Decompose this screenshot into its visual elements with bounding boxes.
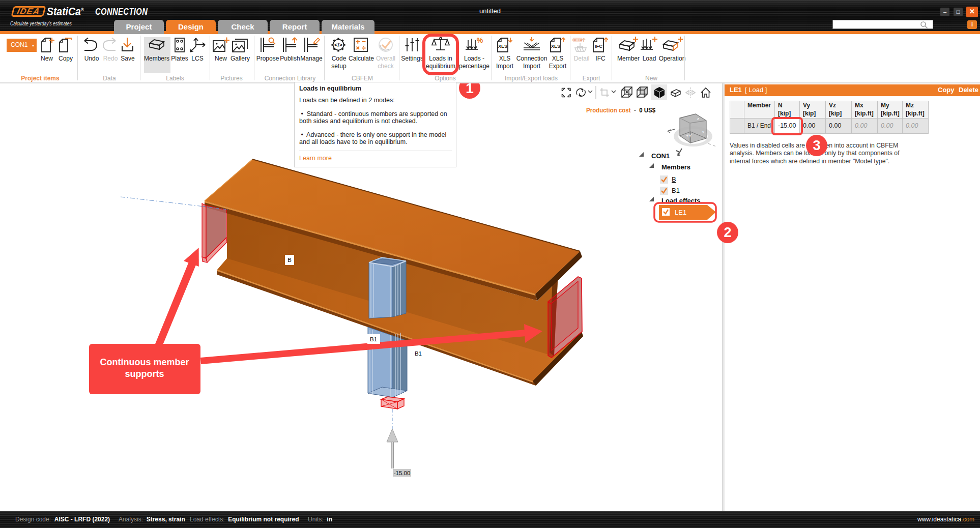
svg-text:x: x — [702, 130, 704, 134]
svg-text:LE1: LE1 — [675, 209, 686, 216]
svg-text:1: 1 — [466, 83, 474, 96]
svg-text:%: % — [477, 36, 483, 44]
svg-text:B1: B1 — [672, 187, 680, 194]
svg-text:B1: B1 — [415, 350, 422, 357]
svg-text:</>: </> — [334, 42, 342, 48]
svg-text:supports: supports — [125, 369, 164, 379]
svg-text:+Y: +Y — [686, 133, 691, 138]
svg-text:BETA: BETA — [572, 38, 583, 42]
svg-text:CON1: CON1 — [651, 152, 670, 160]
svg-text:z: z — [697, 116, 699, 121]
svg-text:B: B — [287, 257, 292, 263]
svg-text:XLS: XLS — [551, 43, 560, 49]
svg-text:XLS: XLS — [498, 43, 507, 49]
svg-text:Members: Members — [661, 163, 690, 171]
svg-text:-15.00: -15.00 — [394, 470, 411, 476]
svg-text:B: B — [672, 175, 676, 183]
svg-text:Continuous member: Continuous member — [100, 357, 189, 367]
svg-text:B1: B1 — [370, 336, 377, 342]
svg-text:IFC: IFC — [595, 43, 602, 49]
